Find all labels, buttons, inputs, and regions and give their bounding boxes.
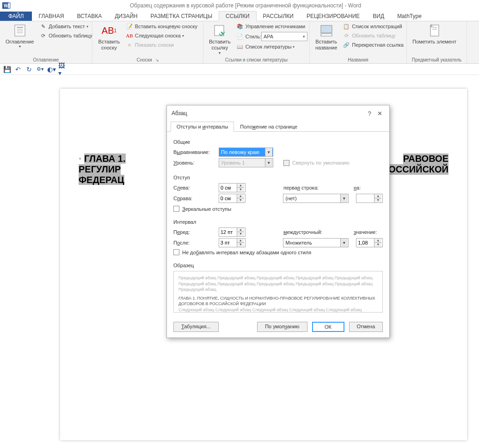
mark-entry-button[interactable]: + Пометить элемент	[410, 22, 459, 46]
insert-caption-label: Вставить название	[315, 39, 337, 51]
save-icon[interactable]: 💾	[3, 65, 11, 74]
caption-icon	[319, 23, 334, 38]
by-label: на:	[354, 185, 372, 190]
picture-icon[interactable]: 🖼▾	[58, 65, 67, 74]
section-spacing: Интервал	[173, 219, 383, 225]
undo-icon[interactable]: ↶	[14, 65, 22, 74]
heading-text-3[interactable]: ФЕДЕРАЦ	[79, 175, 124, 185]
insert-footnote-button[interactable]: AB1 Вставить сноску	[95, 22, 123, 52]
word-icon: W	[1, 0, 12, 11]
add-text-button[interactable]: ✎Добавить текст	[38, 22, 93, 31]
by-spinner[interactable]: ▲▼	[356, 194, 383, 203]
left-indent-input[interactable]	[219, 185, 237, 190]
left-indent-spinner[interactable]: ▲▼	[219, 183, 246, 192]
heading-text-1a[interactable]: ГЛАВА 1.	[84, 153, 125, 164]
bibliography-icon: 📖	[236, 43, 244, 50]
after-label: После:	[173, 240, 216, 245]
citations-group-label: Ссылки и списки литературы	[206, 57, 307, 63]
right-indent-input[interactable]	[219, 196, 237, 201]
dont-add-space-checkbox[interactable]: Не добавлять интервал между абзацами одн…	[173, 249, 311, 255]
heading-text-2b[interactable]: РОССИЙСКОЙ	[382, 164, 448, 175]
heading-text-1b[interactable]: РАВОВОЕ	[403, 153, 448, 164]
at-label: значение:	[354, 229, 377, 235]
dialog-titlebar[interactable]: Абзац ? ✕	[167, 105, 389, 121]
at-spinner[interactable]: ▲▼	[356, 238, 383, 247]
section-preview: Образец	[173, 263, 383, 268]
by-input[interactable]	[356, 196, 374, 201]
set-default-button[interactable]: По умолчанию	[257, 322, 307, 332]
tab-file[interactable]: ФАЙЛ	[0, 12, 32, 21]
toc-label: Оглавление	[6, 39, 34, 44]
tab-mathtype[interactable]: MathType	[391, 12, 428, 21]
tab-view[interactable]: ВИД	[366, 12, 391, 21]
index-group-label: Предметный указатель	[410, 57, 464, 63]
dialog-tabs: Отступы и интервалы Положение на страниц…	[167, 121, 389, 132]
bibliography-button[interactable]: 📖Список литературы	[235, 43, 308, 51]
window-title: Образец содержания в курсовой работе [Ре…	[12, 2, 479, 9]
footnotes-group-label: Сноски ↘	[95, 57, 200, 63]
section-indent: Отступ	[173, 175, 383, 180]
endnote-icon: 📝	[126, 23, 133, 30]
style-icon: 📄	[236, 33, 244, 40]
manage-sources-icon: 📚	[236, 23, 244, 30]
tabs-button[interactable]: Табуляция...	[173, 322, 219, 332]
left-indent-label: Слева:	[173, 185, 216, 190]
update-tof-button[interactable]: ⟳Обновить таблицу	[342, 31, 405, 40]
citation-style-select[interactable]: APA▾	[261, 32, 307, 41]
heading-text-2a[interactable]: РЕГУЛИР	[79, 164, 121, 175]
mark-entry-icon: +	[427, 23, 442, 38]
next-footnote-button[interactable]: ABСледующая сноска	[125, 31, 198, 40]
footnotes-dialog-launcher[interactable]: ↘	[154, 58, 159, 62]
redo-icon[interactable]: ↻	[25, 65, 33, 74]
dialog-tab-indents[interactable]: Отступы и интервалы	[171, 122, 234, 132]
ok-button[interactable]: ОК	[312, 322, 344, 332]
before-input[interactable]	[219, 229, 237, 235]
line-spacing-label: междустрочный:	[283, 229, 330, 235]
citation-icon	[212, 23, 227, 38]
table-of-figures-button[interactable]: 📋Список иллюстраций	[342, 22, 405, 31]
paragraph-dialog: Абзац ? ✕ Отступы и интервалы Положение …	[166, 105, 390, 338]
ribbon: Оглавление ▾ ✎Добавить текст ⟳Обновить т…	[0, 21, 479, 64]
preview-box: Предыдущий абзац Предыдущий абзац Предыд…	[173, 271, 383, 313]
quick-access-toolbar: 💾 ↶ ↻ ⚙▾ ◐▾ 🖼▾	[0, 64, 479, 75]
tab-review[interactable]: РЕЦЕНЗИРОВАНИЕ	[300, 12, 366, 21]
tab-design[interactable]: ДИЗАЙН	[108, 12, 144, 21]
right-indent-spinner[interactable]: ▲▼	[219, 194, 246, 203]
mirror-indents-checkbox[interactable]: Зеркальные отступы	[173, 206, 231, 212]
tab-layout[interactable]: РАЗМЕТКА СТРАНИЦЫ	[144, 12, 219, 21]
tab-mailings[interactable]: РАССЫЛКИ	[257, 12, 300, 21]
cancel-button[interactable]: Отмена	[349, 322, 383, 332]
first-line-select[interactable]: (нет)▾	[283, 194, 349, 203]
section-general: Общие	[173, 139, 383, 145]
svg-rect-9	[321, 25, 332, 33]
close-icon[interactable]: ✕	[375, 110, 385, 117]
tab-references[interactable]: ССЫЛКИ	[219, 11, 256, 21]
show-notes-button[interactable]: ≡Показать сноски	[125, 41, 198, 49]
contrast-icon[interactable]: ◐▾	[47, 65, 55, 74]
insert-citation-label: Вставить ссылку	[209, 39, 231, 51]
toc-button[interactable]: Оглавление ▾	[3, 22, 37, 49]
customize-icon[interactable]: ⚙▾	[36, 65, 44, 74]
insert-caption-button[interactable]: Вставить название	[313, 22, 340, 52]
tab-home[interactable]: ГЛАВНАЯ	[32, 12, 70, 21]
at-input[interactable]	[356, 240, 374, 245]
manage-sources-button[interactable]: 📚Управление источниками	[235, 22, 308, 31]
insert-endnote-button[interactable]: 📝Вставить концевую сноску	[125, 22, 198, 31]
toc-icon	[12, 23, 27, 38]
svg-text:+: +	[430, 24, 433, 30]
help-icon[interactable]: ?	[364, 110, 375, 117]
level-label: Уровень:	[173, 160, 216, 166]
preview-next-text: Следующий абзац Следующий абзац Следующи…	[178, 307, 362, 313]
before-spinner[interactable]: ▲▼	[219, 227, 246, 237]
dialog-tab-position[interactable]: Положение на странице	[234, 122, 303, 132]
level-select: Уровень 1▾	[219, 158, 273, 167]
after-spinner[interactable]: ▲▼	[219, 238, 246, 247]
tab-insert[interactable]: ВСТАВКА	[70, 12, 108, 21]
cross-reference-button[interactable]: 🔗Перекрестная ссылка	[342, 41, 405, 49]
alignment-select[interactable]: По левому краю▾	[219, 147, 273, 157]
ribbon-tabs: ФАЙЛ ГЛАВНАЯ ВСТАВКА ДИЗАЙН РАЗМЕТКА СТР…	[0, 11, 479, 21]
update-table-button[interactable]: ⟳Обновить таблицу	[38, 31, 93, 40]
after-input[interactable]	[219, 240, 237, 245]
insert-citation-button[interactable]: Вставить ссылку ▾	[206, 22, 233, 56]
line-spacing-select[interactable]: Множитель▾	[283, 238, 349, 247]
